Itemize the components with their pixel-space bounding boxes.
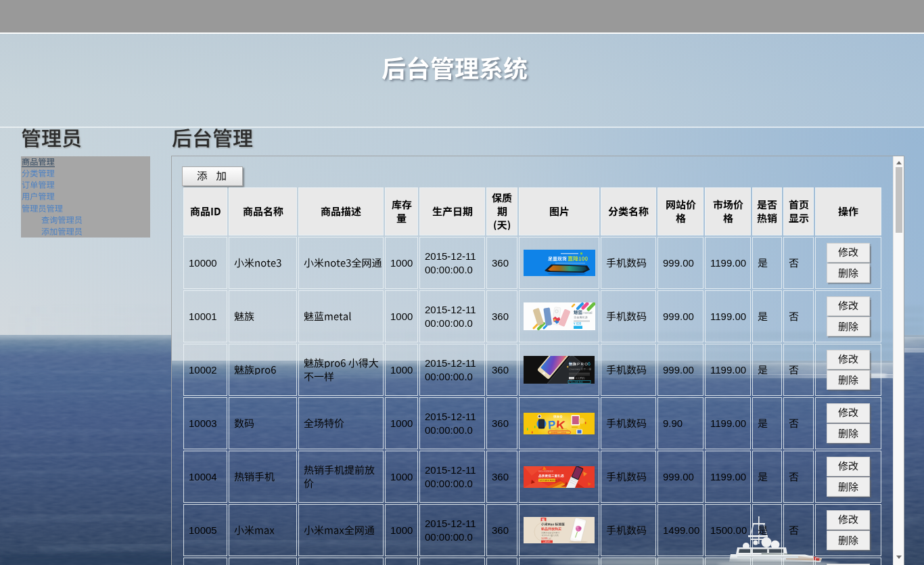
svg-text:1099: 1099 [541,537,548,540]
svg-text:MI: MI [542,518,545,521]
svg-text:PRO: PRO [577,362,589,366]
svg-text:¥ 699: ¥ 699 [574,322,582,325]
svg-text:6: 6 [588,361,591,366]
svg-text:metal: metal [582,311,593,315]
